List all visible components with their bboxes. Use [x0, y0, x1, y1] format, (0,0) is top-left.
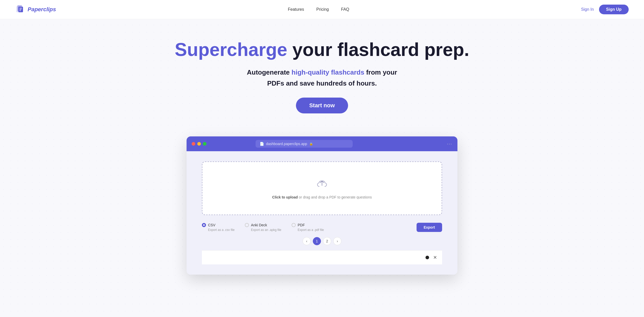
nav-actions: Sign In Sign Up	[581, 5, 629, 14]
upload-text: Click to upload or drag and drop a PDF t…	[272, 195, 372, 199]
pagination: ‹ 1 2 ›	[202, 237, 442, 245]
svg-rect-5	[19, 10, 21, 11]
pagination-page-2[interactable]: 2	[323, 237, 331, 245]
pagination-page-1[interactable]: 1	[313, 237, 321, 245]
browser-content: Click to upload or drag and drop a PDF t…	[187, 151, 457, 275]
svg-rect-3	[19, 8, 22, 8]
browser-page-icon: 📄	[260, 142, 264, 146]
export-option-anki-label: Anki Deck	[245, 223, 267, 227]
upload-drag-text: or drag and drop a PDF to generate quest…	[298, 195, 372, 199]
browser-dot-yellow[interactable]	[197, 142, 201, 146]
browser-chrome-bar: 📄 dashboard.paperclips.app 🔒 ···	[187, 136, 457, 151]
logo-icon	[15, 5, 25, 14]
radio-pdf[interactable]	[292, 223, 296, 227]
radio-anki[interactable]	[245, 223, 249, 227]
radio-csv[interactable]	[202, 223, 206, 227]
sign-in-button[interactable]: Sign In	[581, 7, 594, 12]
nav-links: Features Pricing FAQ	[288, 7, 349, 12]
browser-menu-button[interactable]: ···	[447, 141, 452, 147]
logo-text: Paperclips	[28, 6, 56, 13]
sign-up-button[interactable]: Sign Up	[599, 5, 629, 14]
export-csv-text: CSV	[208, 223, 215, 227]
hero-subtitle-line1: Autogenerate high-quality flashcards fro…	[5, 67, 639, 77]
export-anki-sublabel: Export as an .apkg file	[251, 228, 281, 232]
upload-area[interactable]: Click to upload or drag and drop a PDF t…	[202, 161, 442, 215]
export-pdf-sublabel: Export as a .pdf file	[298, 228, 324, 232]
svg-rect-4	[19, 9, 21, 10]
export-anki-text: Anki Deck	[251, 223, 267, 227]
nav-faq[interactable]: FAQ	[341, 7, 349, 12]
hero-subtitle-prefix: Autogenerate	[247, 68, 292, 76]
nav-features[interactable]: Features	[288, 7, 304, 12]
close-icon[interactable]: ✕	[433, 255, 437, 260]
export-option-csv[interactable]: CSV Export as a .csv file	[202, 223, 235, 232]
export-pdf-text: PDF	[298, 223, 305, 227]
export-option-csv-label: CSV	[202, 223, 215, 227]
pagination-prev[interactable]: ‹	[303, 237, 311, 245]
upload-click-text: Click to upload	[272, 195, 298, 199]
export-csv-sublabel: Export as a .csv file	[208, 228, 235, 232]
pagination-next[interactable]: ›	[333, 237, 341, 245]
browser-url-text: dashboard.paperclips.app	[266, 142, 307, 146]
hero-section: Supercharge your flashcard prep. Autogen…	[0, 19, 644, 126]
hero-subtitle-suffix: from your	[364, 68, 397, 76]
export-button[interactable]: Export	[417, 223, 442, 232]
hero-title-rest: your flashcard prep.	[287, 39, 469, 60]
bottom-bar: ✕	[202, 250, 442, 264]
hero-subtitle-line2: PDFs and save hundreds of hours.	[5, 79, 639, 87]
export-option-anki[interactable]: Anki Deck Export as an .apkg file	[245, 223, 281, 232]
navbar: Paperclips Features Pricing FAQ Sign In …	[0, 0, 644, 19]
browser-url-bar[interactable]: 📄 dashboard.paperclips.app 🔒	[256, 140, 353, 148]
hero-subtitle-accent: high-quality flashcards	[292, 68, 364, 76]
hero-title-accent: Supercharge	[175, 39, 287, 60]
nav-pricing[interactable]: Pricing	[316, 7, 329, 12]
export-option-pdf[interactable]: PDF Export as a .pdf file	[292, 223, 324, 232]
upload-icon	[316, 177, 328, 191]
logo[interactable]: Paperclips	[15, 5, 56, 14]
browser-dots	[192, 142, 206, 146]
browser-mockup: 📄 dashboard.paperclips.app 🔒 ··· Click t…	[187, 136, 457, 275]
browser-dot-green[interactable]	[203, 142, 206, 146]
bottom-dot-icon	[425, 256, 429, 259]
browser-lock-icon: 🔒	[309, 142, 313, 146]
hero-title: Supercharge your flashcard prep.	[5, 40, 639, 60]
export-option-pdf-label: PDF	[292, 223, 305, 227]
export-options-row: CSV Export as a .csv file Anki Deck Expo…	[202, 223, 442, 232]
start-now-button[interactable]: Start now	[296, 98, 348, 113]
browser-dot-red[interactable]	[192, 142, 195, 146]
